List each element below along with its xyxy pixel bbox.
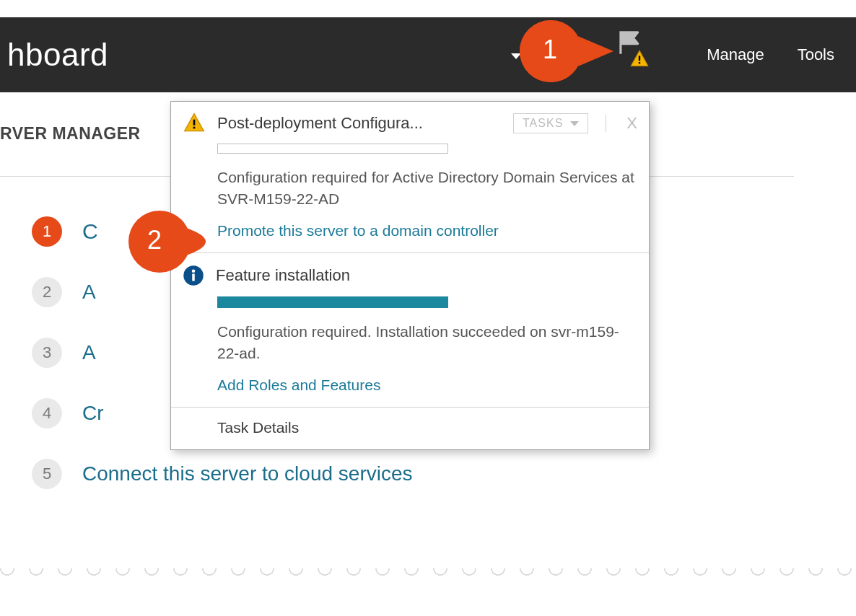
notification-description: Configuration required for Active Direct…: [217, 167, 634, 211]
menu-manage[interactable]: Manage: [707, 45, 764, 64]
step-label: A: [82, 341, 96, 364]
svg-rect-1: [639, 62, 640, 63]
top-menu: Manage Tools: [707, 17, 834, 92]
notifications-flag-button[interactable]: [615, 29, 658, 72]
svg-rect-5: [192, 273, 195, 281]
tasks-dropdown-button[interactable]: TASKS: [513, 113, 588, 133]
notification-title: Post-deployment Configura...: [217, 114, 502, 133]
menu-tools[interactable]: Tools: [798, 45, 834, 64]
progress-bar-empty: [217, 144, 448, 154]
notification-header-2: Feature installation: [171, 253, 649, 289]
promote-domain-controller-link[interactable]: Promote this server to a domain controll…: [217, 222, 499, 239]
step-number: 3: [32, 338, 62, 368]
step-label: Connect this server to cloud services: [82, 462, 413, 485]
svg-point-6: [192, 269, 196, 273]
step-number: 4: [32, 398, 62, 428]
add-roles-features-link[interactable]: Add Roles and Features: [217, 377, 380, 394]
section-header-server-manager: RVER MANAGER: [0, 124, 141, 144]
page-title: hboard: [7, 37, 108, 73]
warning-icon: [183, 112, 206, 135]
refresh-dropdown-caret-icon[interactable]: [511, 53, 521, 59]
close-button[interactable]: X: [624, 114, 640, 133]
step-label: Cr: [82, 402, 104, 425]
step-number: 5: [32, 459, 62, 489]
notification-description: Configuration required. Installation suc…: [217, 321, 634, 365]
step-number: 2: [32, 277, 62, 307]
titlebar: hboard Manage Tools: [0, 17, 856, 92]
step-label: C: [82, 219, 98, 244]
notification-body-1: Configuration required for Active Direct…: [171, 144, 649, 252]
quickstart-step-5[interactable]: 5 Connect this server to cloud services: [32, 459, 413, 489]
task-details-link[interactable]: Task Details: [171, 408, 649, 449]
step-label: A: [82, 281, 96, 304]
svg-rect-3: [193, 127, 196, 129]
chevron-down-icon: [570, 121, 579, 126]
notifications-panel: Post-deployment Configura... TASKS X Con…: [170, 101, 650, 450]
warning-badge-icon: [629, 49, 650, 69]
vertical-divider: [606, 115, 606, 132]
torn-edge-decoration: [0, 571, 856, 607]
notification-body-2: Configuration required. Installation suc…: [171, 296, 649, 407]
svg-rect-2: [193, 120, 196, 126]
notification-header-1: Post-deployment Configura... TASKS X: [171, 102, 649, 138]
notification-title: Feature installation: [216, 266, 640, 285]
progress-bar-full: [217, 296, 448, 308]
svg-rect-0: [639, 56, 640, 61]
server-manager-window: hboard Manage Tools RVER MANAGER 1 C 2 A…: [0, 0, 856, 616]
step-number: 1: [32, 216, 62, 247]
tasks-label: TASKS: [523, 117, 563, 130]
info-icon: [183, 265, 204, 286]
